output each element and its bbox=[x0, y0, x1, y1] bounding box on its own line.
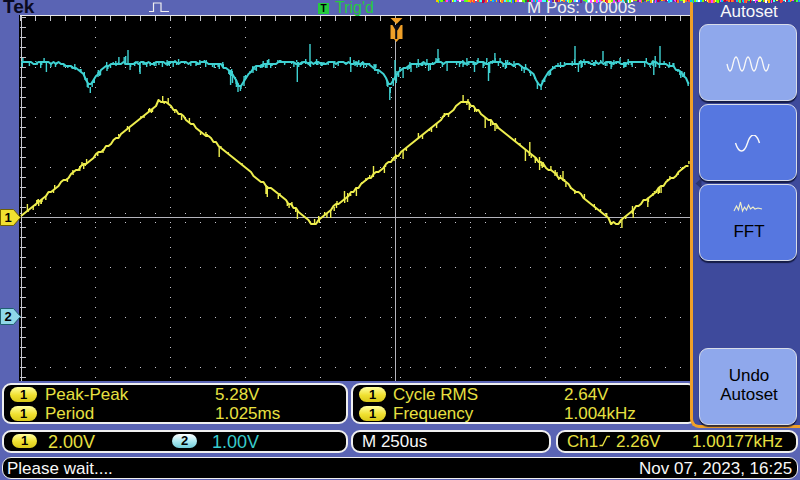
svg-text:1: 1 bbox=[4, 210, 11, 225]
svg-text:2: 2 bbox=[4, 309, 11, 324]
